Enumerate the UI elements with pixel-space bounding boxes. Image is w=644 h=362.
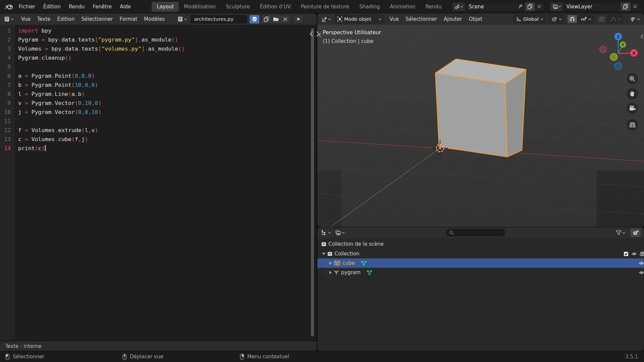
scene-name[interactable]: Scene <box>465 4 516 10</box>
expand-caret-icon[interactable] <box>329 261 332 265</box>
gizmo-axis-neg-y[interactable] <box>610 54 618 61</box>
outliner-display-mode-dropdown[interactable] <box>320 229 332 236</box>
text-editor-header: VueTexteÉditionSélectionnerFormatModèles… <box>0 13 317 25</box>
outliner-filter-id-dropdown[interactable] <box>334 229 346 236</box>
workspace-tab-shading[interactable]: Shading <box>354 2 385 12</box>
open-text-button[interactable] <box>271 15 280 23</box>
scene-selector[interactable]: Scene <box>452 2 544 11</box>
outliner-item-label[interactable]: pygram <box>341 269 361 276</box>
code-line[interactable]: 4Pygram.cleanup() <box>0 53 311 62</box>
viewlayer-remove-button[interactable] <box>630 2 640 11</box>
snap-toggle-button[interactable] <box>568 15 577 23</box>
texted-menu-vue[interactable]: Vue <box>18 15 34 23</box>
menubar-item-fichier[interactable]: Fichier <box>15 2 39 11</box>
gizmo-axis-neg-z[interactable] <box>615 63 622 70</box>
viewport-menu-selectionner[interactable]: Sélectionner <box>402 15 440 23</box>
menubar-item-fenetre[interactable]: Fenêtre <box>89 2 116 11</box>
code-line[interactable]: 10j = Pygram.Vector(0,0,10) <box>0 108 311 117</box>
viewlayer-browse-button[interactable] <box>550 2 563 11</box>
outliner-item-label[interactable]: Collection <box>334 251 359 257</box>
viewlayer-name[interactable]: ViewLayer <box>563 4 621 10</box>
scene-pin-button[interactable] <box>516 2 525 11</box>
eye-icon[interactable] <box>639 270 644 275</box>
texted-menu-selectionner[interactable]: Sélectionner <box>78 15 116 23</box>
zoom-view-button[interactable] <box>627 73 638 84</box>
eye-icon[interactable] <box>631 252 637 256</box>
code-line[interactable]: 2Pygram = bpy.data.texts["pygram.py"].as… <box>0 35 311 44</box>
proportional-edit-toggle[interactable] <box>597 15 606 23</box>
outliner-row-collection[interactable]: Collection <box>317 249 644 258</box>
code-line[interactable]: 5 <box>0 62 311 71</box>
texted-menu-format[interactable]: Format <box>116 15 141 23</box>
scene-unlink-button[interactable] <box>535 2 544 11</box>
workspace-tab-sculpture[interactable]: Sculpture <box>221 2 255 12</box>
sidebar-expand-arrow[interactable] <box>640 34 644 40</box>
workspace-tab-modelisation[interactable]: Modélisation <box>179 2 221 12</box>
code-line[interactable]: 12f = Volumes.extrude(l,v) <box>0 126 311 135</box>
outliner-filter-dropdown[interactable] <box>614 230 627 236</box>
menubar-item-edition[interactable]: Édition <box>39 2 65 11</box>
run-script-button[interactable] <box>293 15 304 24</box>
code-line[interactable]: 9v = Pygram.Vector(0,10,0) <box>0 99 311 108</box>
new-text-button[interactable] <box>262 15 271 23</box>
scene-new-copy-button[interactable] <box>525 2 535 11</box>
outliner-search-input[interactable] <box>446 229 505 236</box>
viewport-3d-area[interactable]: Perspective Utilisateur (1) Collection |… <box>317 13 644 227</box>
code-line[interactable]: 1import bpy <box>0 26 311 35</box>
editor-type-text-button[interactable] <box>3 16 15 22</box>
code-line[interactable]: 11 <box>0 117 311 126</box>
menubar-item-rendu[interactable]: Rendu <box>65 2 89 11</box>
proportional-falloff-dropdown[interactable] <box>608 17 623 21</box>
perspective-ortho-toggle-button[interactable] <box>627 119 638 130</box>
collapse-caret-icon[interactable] <box>322 253 325 255</box>
text-name-field[interactable]: architectures.py <box>191 15 247 23</box>
texted-menu-edition[interactable]: Édition <box>54 15 78 23</box>
menubar-item-aide[interactable]: Aide <box>116 2 135 11</box>
pan-view-button[interactable] <box>627 88 638 100</box>
workspace-tab-edition-d-uv[interactable]: Édition d’UV <box>255 2 296 12</box>
checkbox-icon[interactable] <box>624 251 629 256</box>
workspace-tab-layout[interactable]: Layout <box>152 2 179 12</box>
viewlayer-new-copy-button[interactable] <box>621 2 630 11</box>
viewport-menu-vue[interactable]: Vue <box>386 15 402 23</box>
camera-view-button[interactable] <box>627 103 638 114</box>
outliner-row-scene-collection[interactable]: Collection de la scène <box>317 239 644 249</box>
mode-dropdown[interactable]: Mode objet <box>334 15 384 23</box>
gizmo-axis-neg-x[interactable] <box>600 46 606 53</box>
new-collection-button[interactable] <box>631 229 641 237</box>
register-script-toggle[interactable] <box>250 15 259 23</box>
code-line[interactable]: 14print(c) <box>0 144 311 153</box>
editor-type-3d-viewport-button[interactable] <box>320 16 332 23</box>
viewport-menu-ajouter[interactable]: Ajouter <box>440 15 465 23</box>
workspace-tab-animation[interactable]: Animation <box>385 2 420 12</box>
expand-caret-icon[interactable] <box>329 271 332 274</box>
code-line[interactable]: 8l = Pygram.Line(a,b) <box>0 89 311 99</box>
outliner-item-label[interactable]: Collection de la scène <box>328 241 384 247</box>
area-resize-handle[interactable] <box>308 30 321 38</box>
code-line[interactable]: 3Volumes = bpy.data.texts["volumes.py"].… <box>0 44 311 53</box>
eye-icon[interactable] <box>639 261 644 265</box>
code-line[interactable]: 6a = Pygram.Point(0,0,0) <box>0 71 311 80</box>
scene-browse-button[interactable] <box>452 2 465 11</box>
viewlayer-selector[interactable]: ViewLayer <box>550 2 640 11</box>
text-editor-scrollbar[interactable] <box>311 28 314 337</box>
unlink-text-button[interactable] <box>280 15 290 23</box>
texted-menu-texte[interactable]: Texte <box>34 15 54 23</box>
code-line[interactable]: 7b = Pygram.Point(10,0,0) <box>0 80 311 89</box>
text-datablock-browse-button[interactable] <box>176 16 189 22</box>
blender-logo-button[interactable] <box>3 2 15 11</box>
outliner-item-label[interactable]: cube <box>342 260 355 266</box>
outliner-row-pygram[interactable]: pygram <box>317 268 644 277</box>
viewport-menu-objet[interactable]: Objet <box>465 15 486 23</box>
camera-icon[interactable] <box>640 251 644 256</box>
workspace-tab-rendu[interactable]: Rendu <box>421 2 447 12</box>
outliner-row-cube[interactable]: cube <box>317 258 644 268</box>
pivot-point-dropdown[interactable] <box>549 15 565 23</box>
snap-settings-dropdown[interactable] <box>579 17 594 21</box>
workspace-tab-peinture-de-texture[interactable]: Peinture de texture <box>296 2 354 12</box>
show-gizmo-dropdown[interactable] <box>628 16 641 23</box>
code-line[interactable]: 13c = Volumes.cube(f,j) <box>0 135 311 144</box>
transform-orientation-dropdown[interactable]: Global <box>514 15 546 23</box>
code-editor[interactable]: 1import bpy2Pygram = bpy.data.texts["pyg… <box>0 26 311 153</box>
texted-menu-modeles[interactable]: Modèles <box>141 15 168 23</box>
